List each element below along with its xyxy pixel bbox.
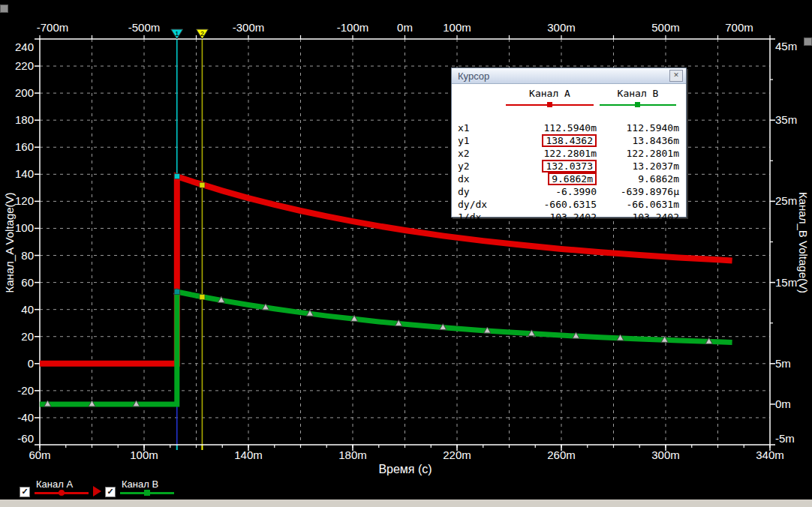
right-axis-title: Канал_B Voltage(V) (797, 138, 810, 348)
x-tick-label: 340m (756, 448, 784, 461)
highlight-box: 132.0373 (542, 160, 597, 172)
cursor-table-header: Канал AКанал B (458, 87, 680, 100)
x-tick-label: 180m (338, 448, 367, 461)
cursor-value-a: 132.0373 (503, 160, 597, 172)
y-left-tick-label: 140 (15, 167, 34, 180)
y-right-tick-label: 45m (775, 40, 797, 52)
top-tick-label: 500m (651, 21, 680, 34)
x-tick-label: 260m (547, 448, 576, 461)
cursor1-marker-a[interactable] (174, 174, 179, 179)
legend-label: Канал A (36, 478, 73, 490)
trace-kanal-b[interactable] (40, 292, 732, 404)
cursor-row-label: x1 (458, 122, 503, 134)
cursor-value-a: 9.6862m (503, 172, 597, 185)
header-rule-marker-icon (635, 102, 640, 107)
cursor-value-b: 9.6862m (597, 172, 679, 185)
cursor-row-label: x2 (458, 147, 503, 160)
header-rule-marker-icon (547, 102, 552, 107)
cursor2-flag-number: 2 (200, 30, 204, 38)
cursor-value-b: 112.5940m (597, 122, 679, 134)
y-left-tick-label: 80 (21, 249, 34, 262)
cursor-row-label: y2 (458, 160, 503, 172)
y-left-tick-label: 200 (15, 86, 34, 99)
selection-handle[interactable] (804, 38, 812, 46)
selection-handle[interactable] (0, 4, 8, 13)
cursor-table-row: dy/dx-660.6315-66.0631m (458, 198, 680, 211)
top-tick-label: 0m (397, 21, 413, 34)
cursor-row-label: dx (458, 172, 503, 185)
cursor-table-row: dx9.6862m9.6862m (458, 172, 680, 185)
y-left-tick-label: 0 (28, 357, 34, 370)
close-icon[interactable]: ✕ (669, 70, 683, 82)
cursor-value-a: 138.4362 (503, 134, 597, 147)
legend-checkbox-kanal-a[interactable]: ✓ (20, 487, 30, 497)
y-right-tick-label: 35m (775, 113, 797, 126)
cursor-row-label: y1 (458, 134, 503, 147)
y-left-tick-label: 100 (15, 221, 34, 234)
cursor2-marker-a[interactable] (200, 182, 205, 188)
y-right-tick-label: -5m (775, 432, 795, 445)
y-left-tick-label: 180 (15, 113, 34, 126)
cursor-value-b: -639.8976µ (597, 185, 679, 198)
y-left-tick-label: 220 (15, 59, 34, 72)
legend-label: Канал B (122, 478, 158, 490)
cursor-table: Канал AКанал B x1112.5940m112.5940my1138… (452, 84, 686, 224)
cursor-column-rules (458, 102, 680, 110)
y-right-tick-label: 15m (775, 276, 797, 289)
cursor1-marker-b[interactable] (174, 290, 179, 295)
x-tick-label: 60m (29, 448, 50, 461)
y-left-tick-label: 20 (21, 330, 34, 343)
plot-canvas[interactable]: 60m100m140m180m220m260m300m340m-700m-500… (0, 0, 812, 507)
cursor-column-header: Канал B (597, 87, 679, 100)
grapher-window: 60m100m140m180m220m260m300m340m-700m-500… (0, 0, 812, 507)
y-left-tick-label: 240 (15, 40, 34, 53)
x-tick-label: 220m (443, 448, 471, 461)
legend-marker-icon (59, 490, 65, 496)
top-tick-label: 100m (443, 21, 471, 34)
cursor-value-a: -6.3990 (503, 185, 597, 198)
cursor-window[interactable]: Курсор ✕ Канал AКанал B x1112.5940m112.5… (451, 68, 687, 218)
cursor-column-header: Канал A (503, 87, 597, 100)
y-right-tick-label: 25m (775, 194, 797, 207)
cursor-value-b: -66.0631m (597, 198, 679, 211)
cursor-value-b: 122.2801m (597, 147, 679, 160)
top-tick-label: -300m (233, 21, 265, 34)
cursor-value-a: 112.5940m (503, 122, 597, 134)
cursor-window-titlebar[interactable]: Курсор ✕ (452, 68, 686, 84)
y-left-tick-label: 60 (21, 276, 34, 289)
top-tick-label: 300m (547, 21, 576, 34)
cursor-row-label: dy (458, 185, 503, 198)
x-axis-title: Время (с) (378, 463, 432, 476)
highlight-box: 9.6862m (548, 172, 597, 185)
cursor-window-title: Курсор (458, 70, 669, 82)
cursor-value-b: 13.8436m (597, 134, 679, 147)
left-axis-title: Канал_A Voltage(V) (3, 138, 16, 348)
top-tick-label: -100m (337, 21, 369, 34)
y-left-tick-label: -60 (17, 432, 34, 445)
cursor-value-a: 103.2402 (503, 211, 597, 224)
cursor-table-row: dy-6.3990-639.8976µ (458, 185, 680, 198)
highlight-box: 138.4362 (542, 134, 597, 147)
cursor-value-b: 13.2037m (597, 160, 679, 172)
y-left-tick-label: 40 (21, 303, 34, 316)
legend-marker-icon (144, 490, 150, 496)
y-right-tick-label: 5m (775, 357, 791, 370)
legend-checkbox-kanal-b[interactable]: ✓ (105, 487, 116, 497)
window-bottom-strip (0, 500, 812, 507)
selected-trace-arrow-icon (93, 486, 101, 496)
cursor-table-row: y2132.037313.2037m (458, 160, 680, 172)
x-tick-label: 100m (130, 448, 158, 461)
y-left-tick-label: -40 (17, 411, 34, 424)
cursor2-marker-b[interactable] (200, 295, 205, 300)
cursor-row-label: 1/dx (458, 211, 503, 224)
y-right-tick-label: 0m (775, 398, 791, 410)
cursor-row-label: dy/dx (458, 198, 503, 211)
cursor-value-a: 122.2801m (503, 147, 597, 160)
x-tick-label: 300m (651, 448, 680, 461)
x-tick-label: 140m (234, 448, 263, 461)
y-left-tick-label: 120 (15, 194, 34, 207)
cursor-table-row: x1112.5940m112.5940m (458, 122, 680, 134)
cursor-table-row: y1138.436213.8436m (458, 134, 680, 147)
top-tick-label: 700m (725, 21, 753, 34)
trace-legend: ✓Канал A✓Канал B (0, 477, 315, 500)
